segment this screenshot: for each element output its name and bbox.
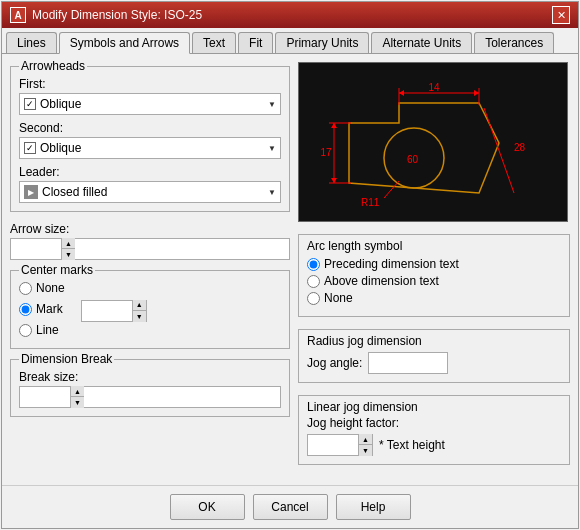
arrow-size-up[interactable]: ▲ — [61, 238, 75, 249]
first-dropdown[interactable]: ✓ Oblique ▼ — [19, 93, 281, 115]
preview-box: 14 17 28 60 R11 — [298, 62, 568, 222]
jog-height-spinbox-btns: ▲ ▼ — [358, 434, 372, 456]
dimension-break-label: Dimension Break — [19, 352, 114, 366]
arrow-size-section: Arrow size: 2.5 ▲ ▼ — [10, 222, 290, 260]
tab-lines[interactable]: Lines — [6, 32, 57, 53]
jog-height-input[interactable]: 1.5 — [308, 435, 358, 455]
second-dropdown[interactable]: ✓ Oblique ▼ — [19, 137, 281, 159]
arc-preceding-label: Preceding dimension text — [324, 257, 459, 271]
center-marks-radios: None Mark Line — [19, 281, 65, 340]
arc-none-row: None — [307, 291, 561, 305]
center-mark-radio[interactable] — [19, 303, 32, 316]
second-value: Oblique — [40, 141, 81, 155]
tab-primary-units[interactable]: Primary Units — [275, 32, 369, 53]
center-size-down[interactable]: ▼ — [132, 311, 146, 322]
dialog: A Modify Dimension Style: ISO-25 ✕ Lines… — [1, 1, 579, 529]
arrow-size-down[interactable]: ▼ — [61, 249, 75, 260]
jog-height-down[interactable]: ▼ — [358, 445, 372, 456]
tabs-bar: Lines Symbols and Arrows Text Fit Primar… — [2, 28, 578, 54]
first-dropdown-inner: ✓ Oblique — [24, 97, 81, 111]
break-size-input[interactable]: 3.75 — [20, 387, 70, 407]
help-button[interactable]: Help — [336, 494, 411, 520]
center-size-spinbox[interactable]: 2.5 ▲ ▼ — [81, 300, 147, 322]
radius-jog-group: Radius jog dimension Jog angle: 45 — [298, 329, 570, 383]
arrow-size-spinbox[interactable]: 2.5 ▲ ▼ — [10, 238, 290, 260]
leader-dropdown-arrow: ▼ — [268, 188, 276, 197]
tab-text[interactable]: Text — [192, 32, 236, 53]
arc-above-label: Above dimension text — [324, 274, 439, 288]
second-dropdown-arrow: ▼ — [268, 144, 276, 153]
second-label: Second: — [19, 121, 281, 135]
svg-text:R11: R11 — [361, 197, 380, 208]
main-content: Arrowheads First: ✓ Oblique ▼ Second: — [2, 54, 578, 485]
cancel-button[interactable]: Cancel — [253, 494, 328, 520]
bottom-bar: OK Cancel Help — [2, 485, 578, 528]
linear-jog-group: Linear jog dimension Jog height factor: … — [298, 395, 570, 465]
center-size-spinbox-btns: ▲ ▼ — [132, 300, 146, 322]
title-text: Modify Dimension Style: ISO-25 — [32, 8, 202, 22]
preview-svg: 14 17 28 60 R11 — [299, 63, 568, 222]
tab-fit[interactable]: Fit — [238, 32, 273, 53]
svg-text:14: 14 — [428, 82, 440, 93]
title-bar-left: A Modify Dimension Style: ISO-25 — [10, 7, 202, 23]
arc-preceding-row: Preceding dimension text — [307, 257, 561, 271]
arrowheads-group: Arrowheads First: ✓ Oblique ▼ Second: — [10, 66, 290, 212]
center-mark-row: Mark — [19, 302, 65, 316]
tab-alternate-units[interactable]: Alternate Units — [371, 32, 472, 53]
arc-above-radio[interactable] — [307, 275, 320, 288]
svg-text:28: 28 — [514, 142, 526, 153]
arrow-size-input[interactable]: 2.5 — [11, 239, 61, 259]
title-bar: A Modify Dimension Style: ISO-25 ✕ — [2, 2, 578, 28]
right-panel: 14 17 28 60 R11 — [298, 62, 570, 477]
jog-height-spinbox[interactable]: 1.5 ▲ ▼ — [307, 434, 373, 456]
jog-angle-label: Jog angle: — [307, 356, 362, 370]
close-button[interactable]: ✕ — [552, 6, 570, 24]
break-size-up[interactable]: ▲ — [70, 386, 84, 397]
first-value: Oblique — [40, 97, 81, 111]
center-size-up[interactable]: ▲ — [132, 300, 146, 311]
break-size-down[interactable]: ▼ — [70, 397, 84, 408]
jog-angle-input[interactable]: 45 — [368, 352, 448, 374]
first-label: First: — [19, 77, 281, 91]
jog-height-field: 1.5 ▲ ▼ * Text height — [307, 434, 561, 456]
first-check-icon: ✓ — [24, 98, 36, 110]
center-none-radio[interactable] — [19, 282, 32, 295]
leader-icon: ▶ — [24, 185, 38, 199]
arc-length-label: Arc length symbol — [307, 239, 561, 253]
center-mark-label: Mark — [36, 302, 63, 316]
arc-none-radio[interactable] — [307, 292, 320, 305]
radius-jog-label: Radius jog dimension — [307, 334, 561, 348]
arc-length-group: Arc length symbol Preceding dimension te… — [298, 234, 570, 317]
center-line-radio[interactable] — [19, 324, 32, 337]
arrowheads-label: Arrowheads — [19, 59, 87, 73]
ok-button[interactable]: OK — [170, 494, 245, 520]
center-marks-label: Center marks — [19, 263, 95, 277]
second-check-icon: ✓ — [24, 142, 36, 154]
svg-text:60: 60 — [407, 154, 419, 165]
arrow-size-spinbox-btns: ▲ ▼ — [61, 238, 75, 260]
center-none-label: None — [36, 281, 65, 295]
arc-above-row: Above dimension text — [307, 274, 561, 288]
second-dropdown-inner: ✓ Oblique — [24, 141, 81, 155]
jog-height-up[interactable]: ▲ — [358, 434, 372, 445]
tab-symbols-arrows[interactable]: Symbols and Arrows — [59, 32, 190, 54]
linear-jog-label: Linear jog dimension — [307, 400, 561, 414]
arc-preceding-radio[interactable] — [307, 258, 320, 271]
svg-text:17: 17 — [320, 147, 332, 158]
dimension-break-group: Dimension Break Break size: 3.75 ▲ ▼ — [10, 359, 290, 417]
jog-angle-field: Jog angle: 45 — [307, 352, 561, 374]
break-size-spinbox-btns: ▲ ▼ — [70, 386, 84, 408]
center-size-input[interactable]: 2.5 — [82, 301, 132, 321]
center-line-label: Line — [36, 323, 59, 337]
break-size-label: Break size: — [19, 370, 281, 384]
app-icon: A — [10, 7, 26, 23]
leader-dropdown-inner: ▶ Closed filled — [24, 185, 107, 199]
break-size-spinbox[interactable]: 3.75 ▲ ▼ — [19, 386, 281, 408]
leader-dropdown[interactable]: ▶ Closed filled ▼ — [19, 181, 281, 203]
center-none-row: None — [19, 281, 65, 295]
tab-tolerances[interactable]: Tolerances — [474, 32, 554, 53]
jog-height-label: Jog height factor: — [307, 416, 561, 430]
leader-label: Leader: — [19, 165, 281, 179]
arc-none-label: None — [324, 291, 353, 305]
left-panel: Arrowheads First: ✓ Oblique ▼ Second: — [10, 62, 290, 477]
